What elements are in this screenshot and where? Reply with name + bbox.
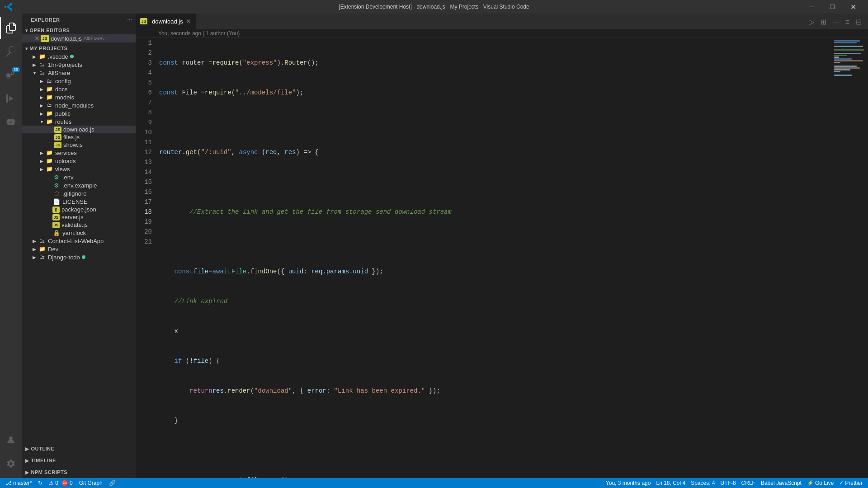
indentation-status[interactable]: Spaces: 4 <box>688 478 717 488</box>
split-editor-button[interactable]: ⊞ <box>819 17 828 27</box>
file-name: .env <box>62 174 74 181</box>
tree-item-node-modules[interactable]: ▶ 🗂 node_modules <box>22 101 136 109</box>
error-count: 0 <box>70 480 73 486</box>
tree-item-vscode[interactable]: ▶ 📁 .vscode <box>22 52 136 61</box>
warning-count: 0 <box>55 480 58 486</box>
tree-item-download-js[interactable]: JS download.js <box>22 126 136 133</box>
outline-label: OUTLINE <box>31 446 55 451</box>
tree-item-env-example[interactable]: ⚙ .env.example <box>22 181 136 189</box>
tree-item-models[interactable]: ▶ 📁 models <box>22 93 136 101</box>
activity-accounts[interactable] <box>0 429 22 451</box>
tab-close-button[interactable]: ✕ <box>186 18 191 25</box>
git-branch-status[interactable]: ⎇ master* <box>3 478 34 488</box>
tree-item-uploads[interactable]: ▶ 📁 uploads <box>22 157 136 165</box>
language-mode-status[interactable]: Babel JavaScript <box>758 478 804 488</box>
minimize-button[interactable]: ─ <box>801 0 822 14</box>
npm-toggle[interactable]: ▶ NPM SCRIPTS <box>22 468 136 476</box>
maximize-button[interactable]: □ <box>822 0 843 14</box>
tab-bar: JS download.js ✕ ▷ ⊞ ··· ≡ ⊟ <box>136 14 868 29</box>
editor-area: JS download.js ✕ ▷ ⊞ ··· ≡ ⊟ You, second… <box>136 14 868 478</box>
tree-item-django-todo[interactable]: ▶ 🗂 Django-todo <box>22 253 136 261</box>
open-editors-toggle[interactable]: ▾ OPEN EDITORS <box>22 26 136 34</box>
timeline-toggle[interactable]: ▶ TIMELINE <box>22 456 136 465</box>
folder-name: 1hr-9projects <box>48 61 82 68</box>
code-line-11: if (!file) { <box>159 356 828 366</box>
code-line-2: const File = require("../models/file"); <box>159 88 828 98</box>
tree-item-docs[interactable]: ▶ 📁 docs <box>22 85 136 93</box>
folder-arrow: ▶ <box>31 239 38 244</box>
line-ending-status[interactable]: CRLF <box>739 478 758 488</box>
tree-item-files-js[interactable]: JS files.js <box>22 133 136 141</box>
folder-icon: 📁 <box>45 118 53 125</box>
encoding-text: UTF-8 <box>721 480 736 486</box>
git-blame-status-text: You, 3 months ago <box>606 480 651 486</box>
tab-download-js[interactable]: JS download.js ✕ <box>136 14 196 29</box>
view-layout-button[interactable]: ⊟ <box>854 17 863 27</box>
breadcrumb-toggle[interactable]: ≡ <box>844 17 851 27</box>
tree-item-public[interactable]: ▶ 📁 public <box>22 109 136 117</box>
close-editor-icon[interactable]: ✕ <box>34 35 40 42</box>
activity-search[interactable] <box>0 41 22 62</box>
tree-item-gitignore[interactable]: ⬡ .gitignore <box>22 189 136 197</box>
folder-icon: 📁 <box>45 85 53 93</box>
prettier-status[interactable]: ✓ Prettier <box>836 478 865 488</box>
close-button[interactable]: ✕ <box>843 0 863 14</box>
tree-item-1hr[interactable]: ▶ 🗂 1hr-9projects <box>22 61 136 69</box>
code-editor[interactable]: 12345 678910 1112131415 1617181920 21 co… <box>136 38 868 478</box>
encoding-status[interactable]: UTF-8 <box>718 478 739 488</box>
js-file-icon: JS <box>54 142 61 148</box>
tree-item-views[interactable]: ▶ 📁 views <box>22 165 136 173</box>
tree-item-validate-js[interactable]: JS validate.js <box>22 221 136 229</box>
run-debug-button[interactable]: ▷ <box>807 17 816 27</box>
activity-extensions[interactable] <box>0 111 22 133</box>
js-file-icon: JS <box>54 127 61 133</box>
explorer-more-button[interactable]: ··· <box>127 16 136 23</box>
tree-item-env[interactable]: ⚙ .env <box>22 173 136 181</box>
activity-run[interactable] <box>0 88 22 109</box>
folder-arrow: ▶ <box>38 159 45 164</box>
line-numbers: 12345 678910 1112131415 1617181920 21 <box>136 38 156 478</box>
link-status[interactable]: 🔗 <box>106 478 118 488</box>
git-branch-name: master* <box>13 480 32 486</box>
cursor-position-status[interactable]: Ln 18, Col 4 <box>653 478 688 488</box>
tree-item-config[interactable]: ▶ 🗂 config <box>22 77 136 85</box>
tree-item-dev[interactable]: ▶ 📁 Dev <box>22 245 136 253</box>
activity-explorer[interactable] <box>0 17 22 39</box>
sync-status[interactable]: ↻ <box>35 478 45 488</box>
folder-icon: 🗂 <box>45 77 53 84</box>
tree-item-contact-list[interactable]: ▶ 🗂 Contact-List-WebApp <box>22 237 136 245</box>
tree-item-show-js[interactable]: JS show.js <box>22 141 136 149</box>
open-editor-download-js[interactable]: ✕ JS download.js AllShare\... <box>22 34 136 42</box>
tree-item-server-js[interactable]: JS server.js <box>22 213 136 221</box>
tree-item-services[interactable]: ▶ 📁 services <box>22 149 136 157</box>
indentation-text: Spaces: 4 <box>691 480 715 486</box>
git-blame-status-item[interactable]: You, 3 months ago <box>603 478 654 488</box>
folder-name: models <box>55 94 74 101</box>
tree-item-yarn-lock[interactable]: 🔒 yarn.lock <box>22 229 136 237</box>
outline-toggle[interactable]: ▶ OUTLINE <box>22 445 136 453</box>
my-projects-toggle[interactable]: ▾ MY PROJECTS <box>22 44 136 52</box>
go-live-status[interactable]: ⚡ Go Live <box>804 478 836 488</box>
activity-source-control[interactable]: 39 <box>0 64 22 86</box>
code-lines[interactable]: const router = require("express").Router… <box>156 38 832 478</box>
window-controls[interactable]: ─ □ ✕ <box>801 0 863 14</box>
activity-bottom <box>0 429 22 478</box>
vscode-logo <box>5 2 14 11</box>
problems-status[interactable]: ⚠ 0 ⛔ 0 <box>46 478 75 488</box>
tree-item-license[interactable]: 📄 LICENSE <box>22 197 136 206</box>
git-graph-status[interactable]: Git Graph <box>76 478 105 488</box>
file-name: LICENSE <box>62 198 88 205</box>
tree-item-package-json[interactable]: {} package.json <box>22 206 136 213</box>
folder-name: Dev <box>48 246 58 253</box>
tree-item-routes[interactable]: ▾ 📁 routes <box>22 117 136 126</box>
js-file-icon: JS <box>41 35 49 42</box>
folder-arrow: ▶ <box>31 54 38 59</box>
code-line-10: x <box>159 326 828 336</box>
file-name: package.json <box>61 206 96 213</box>
folder-arrow: ▶ <box>31 62 38 67</box>
file-name: validate.js <box>61 221 88 228</box>
tab-file-icon: JS <box>140 18 147 24</box>
activity-settings[interactable] <box>0 453 22 474</box>
more-actions-button[interactable]: ··· <box>831 17 840 27</box>
tree-item-allshare[interactable]: ▾ 🗂 AllShare <box>22 69 136 77</box>
